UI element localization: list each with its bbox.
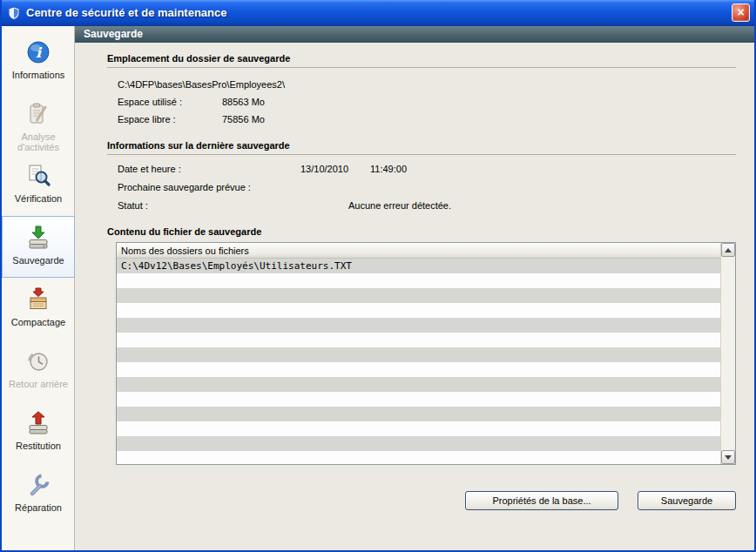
status-label: Statut : — [118, 200, 348, 211]
location-section-title: Emplacement du dossier de sauvegarde — [107, 53, 736, 64]
table-row[interactable] — [117, 436, 720, 451]
verification-magnifier-icon — [26, 163, 51, 189]
sidebar-item-label: Vérification — [13, 193, 64, 204]
backup-content-listbox[interactable]: Noms des dossiers ou fichiers C:\4Dv12\B… — [116, 242, 736, 465]
table-row[interactable] — [117, 451, 720, 465]
sidebar-item-retour-arriere: Retour arrière — [2, 340, 75, 401]
last-backup-section-title: Informations sur la dernière sauvegarde — [107, 140, 736, 151]
backup-folder-path: C:\4DFP\bases\BasesPro\Employees2\ — [118, 79, 736, 90]
sidebar-item-label: Retour arrière — [7, 379, 70, 389]
used-space-value: 88563 Mo — [222, 97, 265, 107]
triangle-down-icon — [725, 455, 732, 460]
close-icon: × — [737, 5, 744, 19]
triangle-up-icon — [725, 248, 732, 252]
next-backup-label: Prochaine sauvegarde prévue : — [118, 182, 300, 192]
separator — [107, 154, 736, 155]
used-space-label: Espace utilisé : — [118, 97, 222, 107]
table-row[interactable] — [117, 333, 720, 347]
sidebar-item-informations[interactable]: i Informations — [2, 30, 75, 92]
repair-wrench-icon — [26, 472, 51, 498]
table-row[interactable] — [117, 303, 720, 318]
rollback-clock-icon — [26, 348, 51, 374]
restore-up-arrow-icon — [26, 410, 51, 436]
vertical-scrollbar[interactable] — [720, 243, 735, 464]
footer-actions: Propriétés de la base... Sauvegarde — [107, 491, 736, 510]
database-properties-button[interactable]: Propriétés de la base... — [465, 491, 618, 510]
table-row[interactable] — [117, 407, 720, 421]
compact-icon — [26, 286, 51, 313]
sidebar-item-label: Sauvegarde — [10, 255, 65, 266]
time-value: 11:49:00 — [370, 164, 407, 174]
content-section-title: Contenu du fichier de sauvegarde — [107, 226, 736, 237]
free-space-label: Espace libre : — [118, 114, 222, 125]
status-value: Aucune erreur détectée. — [348, 200, 451, 211]
sidebar-item-label: Analyse d'activités — [3, 131, 74, 152]
table-row[interactable]: C:\4Dv12\Bases\Employés\Utilisateurs.TXT — [117, 259, 720, 273]
separator — [107, 67, 736, 68]
info-icon: i — [26, 39, 51, 65]
sidebar-item-reparation[interactable]: Réparation — [2, 463, 75, 525]
sidebar-item-sauvegarde[interactable]: Sauvegarde — [2, 216, 75, 278]
table-row[interactable] — [117, 273, 720, 288]
sidebar: i Informations Analyse d'activités — [2, 26, 75, 550]
scroll-up-button[interactable] — [721, 243, 735, 257]
date-value: 13/10/2010 — [300, 164, 370, 174]
shield-icon — [7, 6, 21, 20]
sidebar-item-verification[interactable]: Vérification — [2, 154, 75, 216]
scroll-down-button[interactable] — [721, 450, 735, 464]
backup-down-arrow-icon — [26, 225, 51, 251]
main-panel: Sauvegarde Emplacement du dossier de sau… — [75, 26, 754, 550]
sidebar-item-label: Informations — [10, 70, 67, 80]
table-row[interactable] — [117, 377, 720, 392]
table-row[interactable] — [117, 392, 720, 407]
backup-button[interactable]: Sauvegarde — [638, 491, 736, 510]
table-row[interactable] — [117, 362, 720, 377]
free-space-value: 75856 Mo — [222, 114, 265, 125]
column-header: Noms des dossiers ou fichiers — [117, 243, 720, 259]
sidebar-item-label: Restitution — [14, 441, 63, 451]
table-row[interactable] — [117, 318, 720, 333]
page-header: Sauvegarde — [75, 26, 754, 43]
table-row[interactable] — [117, 347, 720, 362]
date-time-label: Date et heure : — [118, 164, 300, 174]
sidebar-item-label: Réparation — [13, 502, 64, 513]
table-row[interactable] — [117, 288, 720, 303]
listbox-rows: C:\4Dv12\Bases\Employés\Utilisateurs.TXT — [117, 259, 735, 465]
maintenance-center-window: Centre de sécurité et de maintenance × i… — [0, 0, 756, 552]
sidebar-item-analyse-activites: Analyse d'activités — [2, 92, 75, 154]
sidebar-item-label: Compactage — [10, 317, 67, 327]
titlebar[interactable]: Centre de sécurité et de maintenance × — [2, 0, 754, 26]
window-title: Centre de sécurité et de maintenance — [26, 6, 732, 19]
content-area: Emplacement du dossier de sauvegarde C:\… — [75, 43, 754, 550]
close-button[interactable]: × — [732, 3, 750, 22]
table-row[interactable] — [117, 421, 720, 436]
scrollbar-track[interactable] — [721, 257, 735, 450]
sidebar-item-compactage[interactable]: Compactage — [2, 278, 75, 340]
sidebar-item-restitution[interactable]: Restitution — [2, 401, 75, 463]
activity-analysis-icon — [26, 101, 51, 127]
